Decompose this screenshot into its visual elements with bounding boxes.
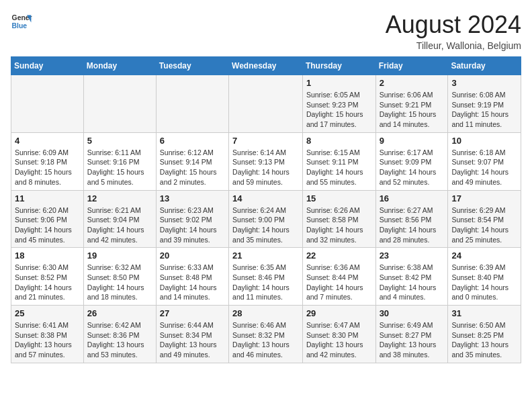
day-number: 9 bbox=[380, 136, 445, 146]
day-info: Sunrise: 6:36 AMSunset: 8:44 PMDaylight:… bbox=[306, 263, 372, 302]
day-number: 18 bbox=[15, 250, 80, 261]
day-info: Sunrise: 6:39 AMSunset: 8:40 PMDaylight:… bbox=[451, 263, 517, 302]
calendar-cell: 19Sunrise: 6:32 AMSunset: 8:50 PMDayligh… bbox=[83, 248, 156, 306]
calendar-cell: 3Sunrise: 6:08 AMSunset: 9:19 PMDaylight… bbox=[448, 75, 521, 133]
day-info: Sunrise: 6:24 AMSunset: 9:00 PMDaylight:… bbox=[232, 205, 299, 245]
calendar-cell: 28Sunrise: 6:46 AMSunset: 8:32 PMDayligh… bbox=[229, 306, 303, 363]
day-info: Sunrise: 6:06 AMSunset: 9:21 PMDaylight:… bbox=[380, 90, 445, 130]
title-block: August 2024 Tilleur, Wallonia, Belgium bbox=[386, 11, 521, 51]
day-info: Sunrise: 6:18 AMSunset: 9:07 PMDaylight:… bbox=[451, 148, 517, 187]
day-number: 28 bbox=[232, 308, 299, 318]
weekday-header-monday: Monday bbox=[83, 57, 156, 75]
calendar-cell: 1Sunrise: 6:05 AMSunset: 9:23 PMDaylight… bbox=[302, 75, 375, 133]
page-header: General Blue August 2024 Tilleur, Wallon… bbox=[11, 11, 521, 51]
day-info: Sunrise: 6:20 AMSunset: 9:06 PMDaylight:… bbox=[15, 205, 80, 245]
day-number: 16 bbox=[380, 193, 445, 203]
day-info: Sunrise: 6:29 AMSunset: 8:54 PMDaylight:… bbox=[451, 205, 517, 245]
day-info: Sunrise: 6:44 AMSunset: 8:34 PMDaylight:… bbox=[160, 320, 225, 360]
day-info: Sunrise: 6:23 AMSunset: 9:02 PMDaylight:… bbox=[160, 205, 225, 245]
day-info: Sunrise: 6:26 AMSunset: 8:58 PMDaylight:… bbox=[306, 205, 372, 245]
calendar-cell: 18Sunrise: 6:30 AMSunset: 8:52 PMDayligh… bbox=[11, 248, 84, 306]
day-number: 22 bbox=[306, 250, 372, 261]
weekday-header-saturday: Saturday bbox=[448, 57, 521, 75]
day-number: 7 bbox=[232, 136, 299, 146]
day-info: Sunrise: 6:46 AMSunset: 8:32 PMDaylight:… bbox=[232, 320, 299, 360]
day-info: Sunrise: 6:14 AMSunset: 9:13 PMDaylight:… bbox=[232, 148, 299, 187]
calendar-cell: 29Sunrise: 6:47 AMSunset: 8:30 PMDayligh… bbox=[302, 306, 375, 363]
location: Tilleur, Wallonia, Belgium bbox=[386, 40, 521, 51]
day-number: 26 bbox=[87, 308, 152, 318]
day-number: 30 bbox=[380, 308, 445, 318]
day-number: 15 bbox=[306, 193, 372, 203]
calendar-cell: 24Sunrise: 6:39 AMSunset: 8:40 PMDayligh… bbox=[448, 248, 521, 306]
calendar-cell bbox=[156, 75, 228, 133]
day-number: 4 bbox=[15, 136, 80, 146]
day-number: 25 bbox=[15, 308, 80, 318]
calendar-cell: 15Sunrise: 6:26 AMSunset: 8:58 PMDayligh… bbox=[302, 190, 375, 248]
week-row-1: 1Sunrise: 6:05 AMSunset: 9:23 PMDaylight… bbox=[11, 75, 521, 133]
calendar-cell: 8Sunrise: 6:15 AMSunset: 9:11 PMDaylight… bbox=[302, 132, 375, 190]
day-number: 8 bbox=[306, 136, 372, 146]
day-info: Sunrise: 6:08 AMSunset: 9:19 PMDaylight:… bbox=[451, 90, 517, 130]
logo-icon: General Blue bbox=[11, 11, 32, 32]
calendar-cell: 22Sunrise: 6:36 AMSunset: 8:44 PMDayligh… bbox=[302, 248, 375, 306]
calendar-cell: 23Sunrise: 6:38 AMSunset: 8:42 PMDayligh… bbox=[375, 248, 448, 306]
weekday-header-row: SundayMondayTuesdayWednesdayThursdayFrid… bbox=[11, 57, 521, 75]
day-number: 13 bbox=[160, 193, 225, 203]
day-number: 3 bbox=[451, 78, 517, 88]
day-number: 10 bbox=[451, 136, 517, 146]
day-info: Sunrise: 6:21 AMSunset: 9:04 PMDaylight:… bbox=[87, 205, 152, 245]
day-number: 6 bbox=[160, 136, 225, 146]
weekday-header-friday: Friday bbox=[375, 57, 448, 75]
calendar-cell: 17Sunrise: 6:29 AMSunset: 8:54 PMDayligh… bbox=[448, 190, 521, 248]
week-row-5: 25Sunrise: 6:41 AMSunset: 8:38 PMDayligh… bbox=[11, 306, 521, 363]
weekday-header-tuesday: Tuesday bbox=[156, 57, 228, 75]
day-info: Sunrise: 6:17 AMSunset: 9:09 PMDaylight:… bbox=[380, 148, 445, 187]
day-info: Sunrise: 6:15 AMSunset: 9:11 PMDaylight:… bbox=[306, 148, 372, 187]
day-number: 1 bbox=[306, 78, 372, 88]
day-info: Sunrise: 6:42 AMSunset: 8:36 PMDaylight:… bbox=[87, 320, 152, 360]
day-number: 21 bbox=[232, 250, 299, 261]
calendar-cell: 10Sunrise: 6:18 AMSunset: 9:07 PMDayligh… bbox=[448, 132, 521, 190]
day-number: 14 bbox=[232, 193, 299, 203]
week-row-4: 18Sunrise: 6:30 AMSunset: 8:52 PMDayligh… bbox=[11, 248, 521, 306]
calendar-cell: 7Sunrise: 6:14 AMSunset: 9:13 PMDaylight… bbox=[229, 132, 303, 190]
day-info: Sunrise: 6:09 AMSunset: 9:18 PMDaylight:… bbox=[15, 148, 80, 187]
day-number: 11 bbox=[15, 193, 80, 203]
day-info: Sunrise: 6:05 AMSunset: 9:23 PMDaylight:… bbox=[306, 90, 372, 130]
day-number: 5 bbox=[87, 136, 152, 146]
day-number: 20 bbox=[160, 250, 225, 261]
day-info: Sunrise: 6:32 AMSunset: 8:50 PMDaylight:… bbox=[87, 263, 152, 302]
day-info: Sunrise: 6:27 AMSunset: 8:56 PMDaylight:… bbox=[380, 205, 445, 245]
calendar-cell: 14Sunrise: 6:24 AMSunset: 9:00 PMDayligh… bbox=[229, 190, 303, 248]
week-row-2: 4Sunrise: 6:09 AMSunset: 9:18 PMDaylight… bbox=[11, 132, 521, 190]
calendar-table: SundayMondayTuesdayWednesdayThursdayFrid… bbox=[11, 56, 521, 363]
calendar-cell: 20Sunrise: 6:33 AMSunset: 8:48 PMDayligh… bbox=[156, 248, 228, 306]
logo: General Blue bbox=[11, 11, 32, 32]
calendar-cell: 4Sunrise: 6:09 AMSunset: 9:18 PMDaylight… bbox=[11, 132, 84, 190]
day-number: 12 bbox=[87, 193, 152, 203]
calendar-cell: 9Sunrise: 6:17 AMSunset: 9:09 PMDaylight… bbox=[375, 132, 448, 190]
svg-text:Blue: Blue bbox=[12, 22, 28, 30]
day-info: Sunrise: 6:49 AMSunset: 8:27 PMDaylight:… bbox=[380, 320, 445, 360]
day-info: Sunrise: 6:11 AMSunset: 9:16 PMDaylight:… bbox=[87, 148, 152, 187]
calendar-cell: 21Sunrise: 6:35 AMSunset: 8:46 PMDayligh… bbox=[229, 248, 303, 306]
day-number: 19 bbox=[87, 250, 152, 261]
calendar-cell: 6Sunrise: 6:12 AMSunset: 9:14 PMDaylight… bbox=[156, 132, 228, 190]
day-info: Sunrise: 6:30 AMSunset: 8:52 PMDaylight:… bbox=[15, 263, 80, 302]
calendar-cell: 26Sunrise: 6:42 AMSunset: 8:36 PMDayligh… bbox=[83, 306, 156, 363]
day-info: Sunrise: 6:38 AMSunset: 8:42 PMDaylight:… bbox=[380, 263, 445, 302]
calendar-cell: 25Sunrise: 6:41 AMSunset: 8:38 PMDayligh… bbox=[11, 306, 84, 363]
day-info: Sunrise: 6:35 AMSunset: 8:46 PMDaylight:… bbox=[232, 263, 299, 302]
calendar-cell: 30Sunrise: 6:49 AMSunset: 8:27 PMDayligh… bbox=[375, 306, 448, 363]
week-row-3: 11Sunrise: 6:20 AMSunset: 9:06 PMDayligh… bbox=[11, 190, 521, 248]
calendar-cell: 16Sunrise: 6:27 AMSunset: 8:56 PMDayligh… bbox=[375, 190, 448, 248]
calendar-cell: 11Sunrise: 6:20 AMSunset: 9:06 PMDayligh… bbox=[11, 190, 84, 248]
calendar-cell: 31Sunrise: 6:50 AMSunset: 8:25 PMDayligh… bbox=[448, 306, 521, 363]
calendar-cell: 12Sunrise: 6:21 AMSunset: 9:04 PMDayligh… bbox=[83, 190, 156, 248]
weekday-header-wednesday: Wednesday bbox=[229, 57, 303, 75]
day-number: 24 bbox=[451, 250, 517, 261]
day-info: Sunrise: 6:47 AMSunset: 8:30 PMDaylight:… bbox=[306, 320, 372, 360]
calendar-cell: 27Sunrise: 6:44 AMSunset: 8:34 PMDayligh… bbox=[156, 306, 228, 363]
day-info: Sunrise: 6:50 AMSunset: 8:25 PMDaylight:… bbox=[451, 320, 517, 360]
